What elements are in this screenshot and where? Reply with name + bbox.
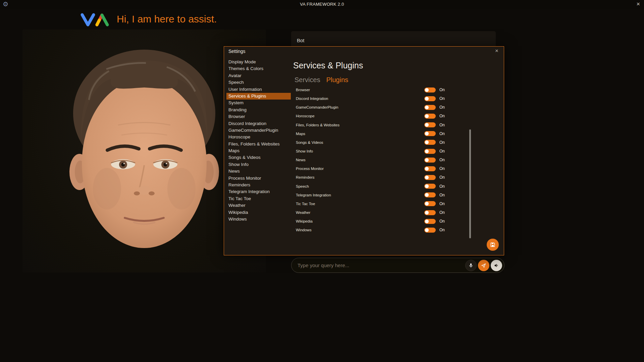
plugin-toggle-browser[interactable] bbox=[424, 87, 436, 93]
plugin-row: MapsOn bbox=[296, 129, 453, 138]
plugin-toggle-tic-tac-toe[interactable] bbox=[424, 201, 436, 206]
plugin-state-label: On bbox=[439, 87, 445, 92]
settings-nav-item-files-folders-websites[interactable]: Files, Folders & Websites bbox=[226, 141, 291, 147]
settings-close-icon[interactable]: × bbox=[495, 48, 498, 54]
settings-nav-item-maps[interactable]: Maps bbox=[226, 147, 291, 154]
plugin-state-label: On bbox=[439, 149, 445, 154]
toggle-knob bbox=[425, 176, 429, 179]
plugin-state-label: On bbox=[439, 166, 445, 171]
toggle-knob bbox=[425, 106, 429, 109]
plugin-toggle-telegram-integration[interactable] bbox=[424, 192, 436, 197]
plugin-toggle-files-folders-websites[interactable] bbox=[424, 122, 436, 127]
section-heading: Services & Plugins bbox=[293, 61, 363, 70]
plugin-state-label: On bbox=[439, 105, 445, 110]
settings-nav-item-browser[interactable]: Browser bbox=[226, 113, 291, 120]
plugin-label: News bbox=[296, 158, 424, 162]
send-button[interactable] bbox=[478, 260, 489, 271]
settings-nav-item-discord-integration[interactable]: Discord Integration bbox=[226, 120, 291, 127]
plugin-row: Files, Folders & WebsitesOn bbox=[296, 121, 453, 129]
bot-panel-title: Bot bbox=[297, 38, 305, 43]
settings-title: Settings bbox=[228, 49, 246, 54]
plugin-toggle-gamecommanderplugin[interactable] bbox=[424, 105, 436, 110]
plugin-row: GameCommanderPluginOn bbox=[296, 103, 453, 112]
save-icon bbox=[490, 242, 496, 248]
plugin-toggle-horoscope[interactable] bbox=[424, 114, 436, 119]
plugin-state-label: On bbox=[439, 175, 445, 180]
settings-nav-item-services-plugins[interactable]: Services & Plugins bbox=[226, 93, 291, 100]
plugin-toggle-weather[interactable] bbox=[424, 210, 436, 215]
settings-nav-item-gamecommanderplugin[interactable]: GameCommanderPlugin bbox=[226, 127, 291, 134]
plugin-label: Files, Folders & Websites bbox=[296, 123, 424, 127]
settings-nav-item-speech[interactable]: Speech bbox=[226, 79, 291, 86]
settings-nav-item-avatar[interactable]: Avatar bbox=[226, 72, 291, 79]
settings-nav-item-themes-colors[interactable]: Themes & Colors bbox=[226, 65, 291, 72]
plugin-row: WikipediaOn bbox=[296, 217, 453, 226]
plugin-label: Speech bbox=[296, 184, 424, 188]
toggle-knob bbox=[425, 220, 429, 223]
settings-nav-item-branding[interactable]: Branding bbox=[226, 107, 291, 113]
plugin-toggle-reminders[interactable] bbox=[424, 175, 436, 180]
plugin-label: Reminders bbox=[296, 175, 424, 179]
settings-nav-item-tic-tac-toe[interactable]: Tic Tac Toe bbox=[226, 195, 291, 202]
settings-nav-item-news[interactable]: News bbox=[226, 168, 291, 175]
settings-nav-item-process-monitor[interactable]: Process Monitor bbox=[226, 175, 291, 182]
settings-nav-item-reminders[interactable]: Reminders bbox=[226, 182, 291, 188]
plugin-state-label: On bbox=[439, 193, 445, 197]
plugin-label: Windows bbox=[296, 228, 424, 232]
plugin-toggle-discord-integration[interactable] bbox=[424, 96, 436, 101]
toggle-knob bbox=[425, 97, 429, 101]
plugin-toggle-news[interactable] bbox=[424, 158, 436, 163]
tab-services[interactable]: Services bbox=[294, 76, 320, 84]
close-icon[interactable]: × bbox=[636, 1, 640, 8]
plugin-state-label: On bbox=[439, 140, 445, 145]
plugin-row: WeatherOn bbox=[296, 208, 453, 217]
settings-nav-item-telegram-integration[interactable]: Telegram Integration bbox=[226, 188, 291, 195]
settings-nav-item-songs-videos[interactable]: Songs & Videos bbox=[226, 154, 291, 161]
query-input[interactable] bbox=[298, 262, 464, 268]
plugin-label: Discord Integration bbox=[296, 97, 424, 101]
greeting-text: Hi, I am here to assist. bbox=[117, 13, 217, 25]
plugin-toggle-show-info[interactable] bbox=[424, 149, 436, 154]
toggle-knob bbox=[425, 114, 429, 118]
plugin-state-label: On bbox=[439, 114, 445, 118]
settings-nav-item-horoscope[interactable]: Horoscope bbox=[226, 134, 291, 140]
plugin-state-label: On bbox=[439, 96, 445, 101]
microphone-button[interactable] bbox=[465, 260, 477, 271]
toggle-knob bbox=[425, 123, 429, 127]
plugin-state-label: On bbox=[439, 228, 445, 232]
plugin-toggle-speech[interactable] bbox=[424, 184, 436, 189]
speaker-button[interactable] bbox=[491, 260, 502, 271]
plugin-toggle-songs-videos[interactable] bbox=[424, 140, 436, 145]
plugin-toggle-windows[interactable] bbox=[424, 228, 436, 233]
plugin-state-label: On bbox=[439, 158, 445, 162]
plugin-row: WindowsOn bbox=[296, 226, 453, 234]
settings-nav-item-wikipedia[interactable]: Wikipedia bbox=[226, 209, 291, 216]
plugin-list: BrowserOnDiscord IntegrationOnGameComman… bbox=[296, 85, 453, 234]
query-bar bbox=[291, 258, 504, 273]
toggle-knob bbox=[425, 132, 429, 135]
plugin-state-label: On bbox=[439, 210, 445, 215]
toggle-knob bbox=[425, 149, 429, 153]
settings-nav-item-user-information[interactable]: User Information bbox=[226, 86, 291, 93]
settings-nav-item-show-info[interactable]: Show Info bbox=[226, 161, 291, 168]
toggle-knob bbox=[425, 140, 429, 144]
toggle-knob bbox=[425, 167, 429, 171]
toggle-knob bbox=[425, 88, 429, 92]
plugin-toggle-wikipedia[interactable] bbox=[424, 219, 436, 224]
settings-nav-item-weather[interactable]: Weather bbox=[226, 202, 291, 209]
plugin-row: RemindersOn bbox=[296, 173, 453, 182]
plugin-toggle-maps[interactable] bbox=[424, 131, 436, 136]
settings-nav-item-display-mode[interactable]: Display Mode bbox=[226, 59, 291, 65]
plugin-toggle-process-monitor[interactable] bbox=[424, 166, 436, 171]
tab-plugins[interactable]: Plugins bbox=[326, 76, 348, 84]
settings-dialog: Settings × Display ModeThemes & ColorsAv… bbox=[224, 46, 504, 255]
plugin-label: Songs & Videos bbox=[296, 140, 424, 144]
scrollbar-thumb[interactable] bbox=[469, 129, 471, 238]
save-button[interactable] bbox=[487, 239, 499, 251]
settings-nav-item-system[interactable]: System bbox=[226, 100, 291, 106]
plugin-label: Weather bbox=[296, 210, 424, 215]
settings-nav-item-windows[interactable]: Windows bbox=[226, 216, 291, 223]
titlebar: ⚙ VA FRAMEWORK 2.0 × bbox=[0, 0, 644, 9]
plugin-label: Tic Tac Toe bbox=[296, 202, 424, 206]
plugin-state-label: On bbox=[439, 219, 445, 224]
